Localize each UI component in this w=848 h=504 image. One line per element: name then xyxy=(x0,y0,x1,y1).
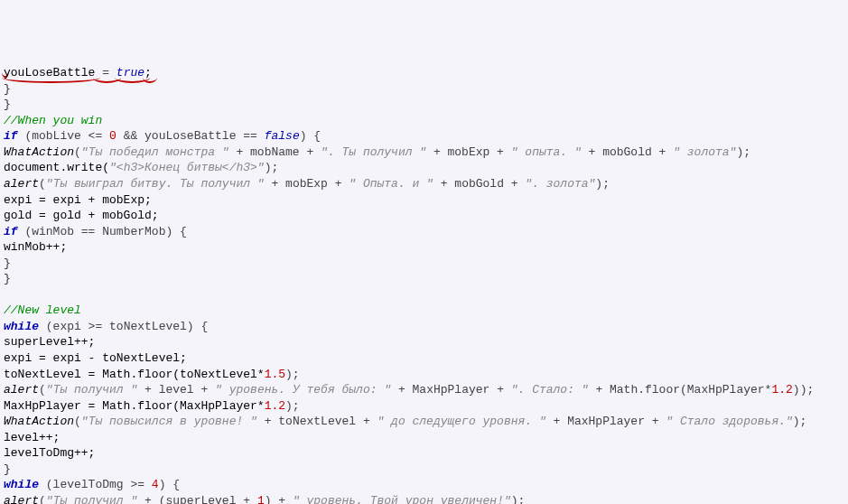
code-line: winMob++; xyxy=(4,239,844,256)
code-line: //When you win xyxy=(4,113,844,129)
code-line: while (levelToDmg >= 4) { xyxy=(4,477,844,493)
code-line: alert("Ты получил " + (superLevel + 1) +… xyxy=(4,493,844,504)
code-line: } xyxy=(4,97,844,113)
code-token: + MaxHpPlayer + xyxy=(391,383,511,397)
code-token: 4 xyxy=(152,478,159,491)
code-token: ); xyxy=(511,494,526,504)
code-line: superLevel++; xyxy=(4,334,844,350)
code-token: (winMob == NumberMob) { xyxy=(18,225,187,238)
code-line: gold = gold + mobGold; xyxy=(4,208,844,224)
code-token: true xyxy=(116,65,144,81)
code-token: WhatAction xyxy=(4,415,74,428)
code-token: if xyxy=(4,225,18,238)
code-line: MaxHpPlayer = Math.floor(MaxHpPlayer*1.2… xyxy=(4,398,844,415)
code-token: ) { xyxy=(159,478,180,491)
code-line: if (winMob == NumberMob) { xyxy=(4,224,844,240)
code-token: document.write( xyxy=(4,161,109,174)
code-line: youLoseBattle = true; xyxy=(4,65,844,81)
code-token: expi = expi + mobExp; xyxy=(4,193,152,207)
code-token: + mobGold + xyxy=(582,145,673,159)
code-token: + mobGold + xyxy=(433,177,525,191)
code-token: if xyxy=(4,129,18,143)
code-token: ); xyxy=(736,145,750,159)
code-token: youLoseBattle xyxy=(4,65,95,81)
code-token: " до следущего уровня. " xyxy=(377,415,546,428)
code-token: //New level xyxy=(4,303,81,317)
code-token: + (superLevel + xyxy=(137,494,257,504)
code-token: toNextLevel = Math.floor(toNextLevel* xyxy=(4,368,265,381)
code-token: } xyxy=(4,98,11,111)
code-token: } xyxy=(4,462,11,476)
code-token: && youLoseBattle == xyxy=(116,129,265,143)
code-token: ); xyxy=(793,415,807,428)
code-line: } xyxy=(4,462,844,478)
code-token: level++; xyxy=(4,431,60,444)
code-token: " уровень. Твой урон увеличен!" xyxy=(293,494,511,504)
code-line: if (mobLive <= 0 && youLoseBattle == fal… xyxy=(4,128,844,145)
code-line: level++; xyxy=(4,430,844,446)
code-token: " опыта. " xyxy=(511,145,582,159)
code-token: " Стало здоровья." xyxy=(666,415,792,428)
code-line: alert("Ты выиграл битву. Ты получил " + … xyxy=(4,176,844,192)
code-token: ); xyxy=(595,177,610,191)
code-line: } xyxy=(4,81,844,98)
code-token: ) + xyxy=(265,494,293,504)
code-line: } xyxy=(4,256,844,272)
code-token: "Ты получил " xyxy=(46,383,137,397)
code-token: } xyxy=(4,272,11,285)
code-token: (levelToDmg >= xyxy=(39,478,152,491)
code-token: false xyxy=(265,129,300,143)
code-token: ". Стало: " xyxy=(511,383,589,397)
code-token: ); xyxy=(285,399,300,413)
code-token: + mobExp + xyxy=(426,145,511,159)
code-line: WhatAction("Ты победил монстра " + mobNa… xyxy=(4,145,844,161)
code-token: " золота" xyxy=(673,145,736,159)
code-line: alert("Ты получил " + level + " уровень.… xyxy=(4,382,844,398)
code-token: levelToDmg++; xyxy=(4,446,95,460)
code-token: ( xyxy=(74,415,81,428)
code-token: + Math.floor(MaxHpPlayer* xyxy=(589,383,772,397)
code-line: levelToDmg++; xyxy=(4,445,844,462)
code-token: + level + xyxy=(137,383,215,397)
code-token: while xyxy=(4,478,39,491)
code-token: } xyxy=(4,82,11,96)
code-token: ; xyxy=(144,65,152,81)
code-line: WhatAction("Ты повысился в уровне! " + t… xyxy=(4,414,844,430)
code-token: alert xyxy=(4,494,39,504)
code-token: " уровень. У тебя было: " xyxy=(215,383,391,397)
code-token: 1.2 xyxy=(265,399,285,413)
code-line: expi = expi + mobExp; xyxy=(4,192,844,209)
code-token: } xyxy=(4,257,11,270)
code-token: expi = expi - toNextLevel; xyxy=(4,351,187,365)
code-token: "Ты получил " xyxy=(46,494,137,504)
code-token: + toNextLevel + xyxy=(257,415,377,428)
code-token: "Ты выиграл битву. Ты получил " xyxy=(46,177,265,191)
code-token: while xyxy=(4,320,39,333)
code-token: 1.2 xyxy=(771,383,792,397)
code-line: //New level xyxy=(4,303,844,319)
code-token: ( xyxy=(39,494,46,504)
code-token: + mobExp + xyxy=(265,177,349,191)
code-token: ". Ты получил " xyxy=(321,145,426,159)
code-token: alert xyxy=(4,177,39,191)
code-token: superLevel++; xyxy=(4,335,95,349)
code-token: alert xyxy=(4,383,39,397)
code-token: 1 xyxy=(257,494,265,504)
code-token: + MaxHpPlayer + xyxy=(546,415,666,428)
code-token: (mobLive <= xyxy=(18,129,109,143)
code-token: = xyxy=(95,65,116,81)
code-token: ". золота" xyxy=(525,177,595,191)
code-token: WhatAction xyxy=(4,145,74,159)
code-token: winMob++; xyxy=(4,240,67,254)
code-token: "Ты повысился в уровне! " xyxy=(81,415,257,428)
code-token: gold = gold + mobGold; xyxy=(4,209,159,222)
code-line: while (expi >= toNextLevel) { xyxy=(4,319,844,335)
code-line: toNextLevel = Math.floor(toNextLevel*1.5… xyxy=(4,367,844,383)
code-line: } xyxy=(4,271,844,287)
code-token: " Опыта. и " xyxy=(349,177,433,191)
code-token: + mobName + xyxy=(229,145,321,159)
code-token: ); xyxy=(285,368,300,381)
code-token: ) { xyxy=(300,129,321,143)
code-token: ( xyxy=(39,177,46,191)
code-line: document.write("<h3>Конец битвы</h3>"); xyxy=(4,160,844,176)
